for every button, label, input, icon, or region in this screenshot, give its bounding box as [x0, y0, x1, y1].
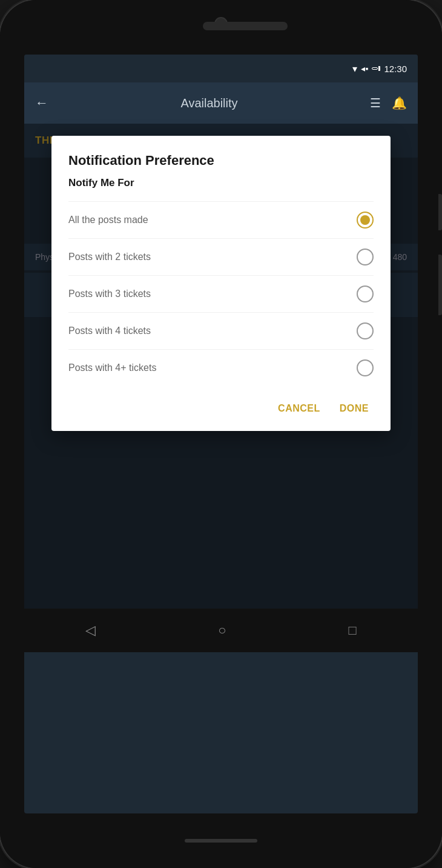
- radio-button-all[interactable]: [357, 212, 374, 229]
- nav-back-button[interactable]: ◁: [85, 623, 96, 638]
- radio-button-3tickets[interactable]: [357, 285, 374, 302]
- wifi-icon: ▾: [352, 63, 357, 75]
- notification-preference-dialog: Notification Preference Notify Me For Al…: [51, 136, 391, 431]
- radio-label-4tickets: Posts with 4 tickets: [68, 326, 151, 336]
- dialog-subtitle: Notify Me For: [68, 177, 374, 189]
- radio-option-4tickets[interactable]: Posts with 4 tickets: [68, 312, 374, 349]
- notification-bell-icon[interactable]: 🔔: [392, 96, 407, 110]
- nav-home-button[interactable]: ○: [218, 623, 226, 638]
- battery-icon: [372, 67, 378, 70]
- signal-icon: ◂▪: [361, 64, 368, 73]
- radio-option-2tickets[interactable]: Posts with 2 tickets: [68, 238, 374, 275]
- phone-device: ▾ ◂▪ 12:30 ← Availability ☰ 🔔 THE HOBBIT…: [0, 0, 442, 868]
- status-time: 12:30: [384, 64, 407, 74]
- volume-button: [438, 194, 442, 230]
- radio-label-3tickets: Posts with 3 tickets: [68, 289, 151, 299]
- radio-label-4plus: Posts with 4+ tickets: [68, 362, 156, 373]
- app-bar: ← Availability ☰ 🔔: [24, 82, 418, 124]
- app-bar-title: Availability: [58, 96, 360, 110]
- phone-screen: ▾ ◂▪ 12:30 ← Availability ☰ 🔔 THE HOBBIT…: [24, 55, 418, 813]
- radio-option-3tickets[interactable]: Posts with 3 tickets: [68, 275, 374, 312]
- dialog-actions: CANCEL DONE: [68, 386, 374, 431]
- radio-button-4tickets[interactable]: [357, 322, 374, 339]
- status-icons: ▾ ◂▪ 12:30: [352, 63, 407, 75]
- phone-bottom-bezel: [0, 813, 442, 868]
- status-bar: ▾ ◂▪ 12:30: [24, 55, 418, 82]
- radio-label-2tickets: Posts with 2 tickets: [68, 252, 151, 262]
- home-indicator: [185, 839, 257, 843]
- back-button[interactable]: ←: [35, 95, 48, 111]
- radio-button-4plus[interactable]: [357, 359, 374, 376]
- radio-button-2tickets[interactable]: [357, 249, 374, 265]
- earpiece-speaker: [203, 22, 288, 30]
- power-button: [438, 255, 442, 315]
- cancel-button[interactable]: CANCEL: [275, 398, 323, 419]
- phone-top-bezel: [0, 0, 442, 55]
- app-bar-actions: ☰ 🔔: [370, 96, 407, 110]
- radio-option-all[interactable]: All the posts made: [68, 201, 374, 238]
- screen-content: THE HOBBIT : BATTLE OF FIVE ARIMES Physi…: [24, 124, 418, 609]
- phone-nav-bar: ◁ ○ □: [24, 609, 418, 652]
- done-button[interactable]: DONE: [337, 398, 371, 419]
- dialog-title: Notification Preference: [68, 153, 374, 169]
- radio-option-4plus[interactable]: Posts with 4+ tickets: [68, 349, 374, 386]
- dialog-overlay: Notification Preference Notify Me For Al…: [24, 124, 418, 609]
- nav-recents-button[interactable]: □: [349, 623, 357, 638]
- filter-icon[interactable]: ☰: [370, 96, 381, 110]
- radio-label-all: All the posts made: [68, 215, 148, 225]
